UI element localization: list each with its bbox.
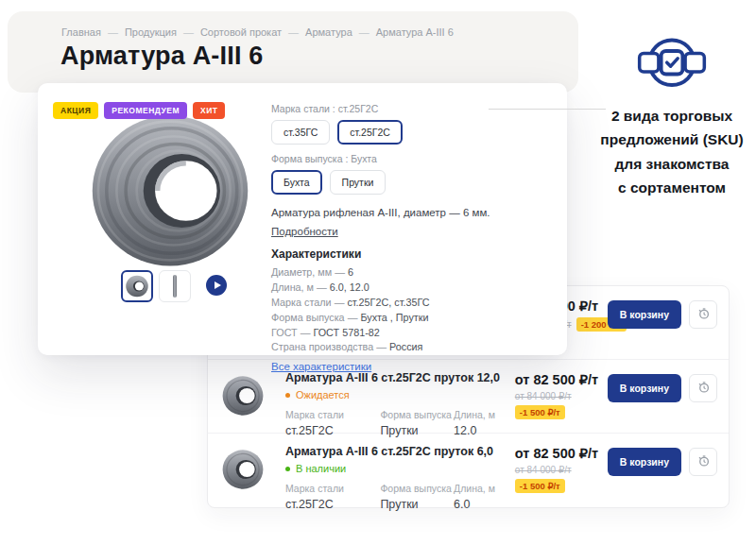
product-options: Марка стали : ст.25Г2С ст.35ГС ст.25Г2С …	[271, 103, 555, 374]
quick-order-button[interactable]	[689, 374, 717, 402]
characteristic-row: Диаметр, мм—6	[271, 265, 555, 281]
characteristic-label: Страна производства	[271, 341, 373, 352]
annotation-line: предложений (SKU)	[588, 128, 756, 151]
thumbnail-coil[interactable]	[121, 270, 153, 302]
characteristic-row: Форма выпуска—Бухта , Прутки	[271, 311, 555, 326]
option-group-steel: ст.35ГС ст.25Г2С	[271, 120, 555, 145]
attribute-value: Прутки	[380, 498, 454, 511]
annotation-line: с сортаментом	[588, 176, 756, 199]
quick-order-icon	[696, 306, 711, 324]
offer-thumbnail	[221, 360, 268, 433]
breadcrumb-item[interactable]: Сортовой прокат	[200, 26, 282, 38]
discount-badge: -1 500 ₽/т	[515, 405, 565, 419]
characteristic-value: Россия	[389, 341, 422, 352]
image-thumbnails	[121, 270, 191, 302]
option-group-form: Бухта Прутки	[271, 170, 555, 195]
breadcrumb-separator: —	[183, 26, 194, 38]
offer-price: от 82 500 ₽/т	[515, 446, 600, 461]
sku-annotation: 2 вида торговых предложений (SKU) для зн…	[588, 30, 756, 200]
offer-status-label: Ожидается	[296, 389, 350, 400]
add-to-cart-button[interactable]: В корзину	[608, 300, 681, 329]
product-badges: АКЦИЯ РЕКОМЕНДУЕМ ХИТ	[53, 102, 225, 119]
characteristic-label: Длина, м	[271, 281, 314, 293]
characteristic-row: ГОСТ—ГОСТ 5781-82	[271, 326, 555, 341]
status-dot	[285, 467, 290, 471]
characteristic-label: Марка стали	[271, 297, 332, 308]
page: Главная—Продукция—Сортовой прокат—Армату…	[0, 0, 756, 545]
breadcrumb-item-current: Арматура A-III 6	[376, 26, 454, 38]
price-column: от 82 500 ₽/т от 84 000 ₽/т -1 500 ₽/т	[515, 446, 600, 507]
sale-badge: АКЦИЯ	[53, 102, 98, 119]
offer-title[interactable]: Арматура A-III 6 ст.25Г2С пруток 6,0	[285, 445, 515, 458]
recommend-badge: РЕКОМЕНДУЕМ	[104, 102, 187, 119]
characteristic-value: ст.25Г2С, ст.35ГС	[347, 297, 429, 308]
offer-status: В наличии	[285, 463, 515, 474]
annotation-text: 2 вида торговых предложений (SKU) для зн…	[588, 104, 756, 200]
characteristic-label: Форма выпуска	[271, 312, 345, 323]
annotation-line: 2 вида торговых	[588, 104, 756, 128]
attribute-value: ст.25Г2С	[285, 498, 380, 511]
offer-info: Арматура A-III 6 ст.25Г2С пруток 6,0 В н…	[268, 434, 515, 507]
all-characteristics-link[interactable]: Все характеристики	[271, 361, 371, 372]
breadcrumb-separator: —	[288, 26, 299, 38]
offer-attributes: Марка стали ст.25Г2С Форма выпуска Прутк…	[285, 483, 515, 511]
breadcrumb-item[interactable]: Продукция	[125, 26, 177, 38]
option-form-rods[interactable]: Прутки	[330, 170, 387, 195]
hit-badge: ХИТ	[193, 102, 225, 119]
page-header-panel: Главная—Продукция—Сортовой прокат—Армату…	[8, 11, 578, 93]
offer-price: от 82 500 ₽/т	[515, 372, 600, 387]
breadcrumb-item[interactable]: Арматура	[305, 26, 352, 38]
price-column: от 82 500 ₽/т от 84 000 ₽/т -1 500 ₽/т	[515, 372, 600, 433]
dash-separator: —	[317, 281, 327, 293]
add-to-cart-button[interactable]: В корзину	[608, 448, 681, 476]
dash-separator: —	[335, 266, 345, 278]
dash-separator: —	[376, 341, 387, 352]
thumbnail-rod[interactable]	[159, 270, 191, 302]
quick-order-icon	[696, 453, 711, 471]
play-icon	[215, 281, 221, 289]
characteristic-value: ГОСТ 5781-82	[313, 327, 379, 338]
characteristic-row: Страна производства—Россия	[271, 340, 555, 355]
discount-badge: -1 500 ₽/т	[515, 479, 565, 493]
dash-separator: —	[301, 327, 311, 338]
product-card: АКЦИЯ РЕКОМЕНДУЕМ ХИТ	[38, 83, 567, 355]
add-to-cart-button[interactable]: В корзину	[608, 374, 681, 402]
rod-image	[173, 275, 177, 298]
option-steel-25g2s[interactable]: ст.25Г2С	[337, 120, 403, 145]
characteristic-label: Диаметр, мм	[271, 266, 332, 278]
breadcrumb-item[interactable]: Главная	[61, 26, 101, 38]
quick-order-button[interactable]	[689, 448, 717, 476]
option-form-coil[interactable]: Бухта	[271, 170, 322, 195]
attribute: Марка стали ст.25Г2С	[285, 483, 380, 511]
product-description: Арматура рифленая A-III, диаметр — 6 мм.	[271, 205, 555, 220]
characteristic-label: ГОСТ	[271, 327, 298, 338]
option-group-label: Форма выпуска : Бухта	[271, 153, 555, 164]
video-play-button[interactable]	[206, 275, 227, 296]
dash-separator: —	[335, 297, 345, 308]
details-link[interactable]: Подробности	[271, 226, 338, 237]
quick-order-button[interactable]	[689, 300, 717, 329]
characteristic-value: Бухта , Прутки	[360, 312, 428, 323]
attribute-label: Форма выпуска	[380, 483, 454, 494]
offer-thumbnail	[221, 434, 268, 507]
option-steel-35gs[interactable]: ст.35ГС	[271, 120, 330, 145]
attribute-label: Марка стали	[285, 409, 380, 420]
attribute: Форма выпуска Прутки	[380, 483, 454, 511]
breadcrumb-separator: —	[108, 26, 118, 38]
annotation-line: для знакомства	[588, 152, 756, 176]
breadcrumb: Главная—Продукция—Сортовой прокат—Армату…	[61, 26, 454, 38]
quick-order-icon	[696, 380, 711, 398]
product-image	[83, 111, 257, 270]
characteristic-row: Марка стали—ст.25Г2С, ст.35ГС	[271, 296, 555, 311]
offer-old-price: от 84 000 ₽/т	[515, 465, 600, 475]
attribute-label: Марка стали	[285, 483, 380, 494]
attribute-value: 6.0	[454, 498, 515, 511]
offer-row: Арматура A-III 6 ст.25Г2С пруток 6,0 В н…	[208, 434, 729, 507]
callout-connector-line	[489, 109, 606, 110]
breadcrumb-separator: —	[359, 26, 369, 38]
attribute-label: Длина, м	[454, 483, 515, 494]
attribute-label: Длина, м	[454, 409, 515, 420]
offer-status: Ожидается	[285, 389, 515, 400]
characteristic-value: 6.0, 12.0	[330, 281, 369, 293]
offer-price-block: от 82 500 ₽/т от 84 000 ₽/т -1 500 ₽/т В…	[515, 434, 717, 507]
